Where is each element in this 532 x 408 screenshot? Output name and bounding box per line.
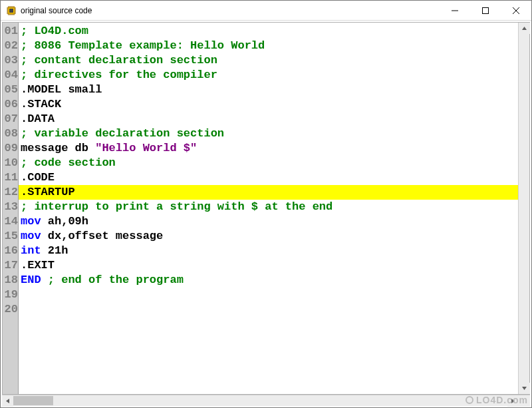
- svg-marker-29: [511, 399, 515, 403]
- code-token: mov: [21, 230, 41, 242]
- code-line[interactable]: mov dx,offset message: [19, 229, 518, 244]
- svg-marker-28: [6, 399, 9, 403]
- editor-window: original source code 0102030405060708091…: [0, 0, 532, 408]
- client-area: 0102030405060708091011121314151617181920…: [1, 21, 531, 407]
- code-line[interactable]: END ; end of the program: [19, 273, 518, 288]
- line-number: 12: [3, 185, 18, 200]
- code-token: mov: [21, 215, 41, 228]
- code-line[interactable]: .EXIT: [19, 258, 518, 273]
- line-number: 09: [3, 141, 18, 156]
- maximize-button[interactable]: [470, 1, 501, 21]
- editor-container: 0102030405060708091011121314151617181920…: [2, 22, 530, 395]
- code-line[interactable]: ; 8086 Template example: Hello World: [19, 39, 518, 53]
- line-number: 02: [3, 39, 18, 53]
- code-token: dx,offset message: [41, 230, 164, 242]
- code-area[interactable]: ; LO4D.com; 8086 Template example: Hello…: [19, 23, 518, 394]
- code-token: END: [21, 274, 41, 286]
- code-token: .STARTUP: [21, 186, 75, 198]
- svg-rect-23: [483, 8, 489, 14]
- code-token: ; directives for the compiler: [21, 69, 217, 81]
- line-number: 16: [3, 244, 18, 258]
- code-token: ; code section: [21, 156, 116, 169]
- code-token: ; variable declaration section: [21, 127, 224, 140]
- code-line[interactable]: ; LO4D.com: [19, 24, 518, 39]
- code-token: 21h: [41, 244, 68, 257]
- code-token: [41, 274, 48, 286]
- line-number: 17: [3, 258, 18, 273]
- code-token: ; LO4D.com: [21, 25, 88, 37]
- code-line[interactable]: .STACK: [19, 97, 518, 112]
- line-number: 06: [3, 97, 18, 112]
- horizontal-scroll-track[interactable]: [13, 395, 507, 406]
- code-token: .DATA: [21, 112, 55, 125]
- code-line[interactable]: .DATA: [19, 112, 518, 126]
- svg-marker-27: [522, 387, 527, 390]
- vertical-scrollbar[interactable]: [518, 23, 529, 394]
- code-line[interactable]: ; code section: [19, 156, 518, 170]
- window-controls: [440, 1, 531, 20]
- scroll-up-button[interactable]: [519, 23, 530, 34]
- code-line[interactable]: .CODE: [19, 170, 518, 185]
- code-line[interactable]: [19, 288, 518, 302]
- line-number: 20: [3, 302, 18, 317]
- code-line[interactable]: message db "Hello World $": [19, 141, 518, 156]
- horizontal-scrollbar[interactable]: [2, 395, 519, 406]
- code-line[interactable]: ; directives for the compiler: [19, 68, 518, 83]
- line-number: 14: [3, 214, 18, 229]
- code-token: .MODEL small: [21, 83, 102, 96]
- line-number: 07: [3, 112, 18, 126]
- svg-rect-1: [9, 9, 13, 13]
- code-token: .EXIT: [21, 259, 55, 272]
- line-number: 04: [3, 68, 18, 83]
- code-token: ; 8086 Template example: Hello World: [21, 39, 265, 52]
- titlebar[interactable]: original source code: [1, 1, 531, 21]
- code-line[interactable]: mov ah,09h: [19, 214, 518, 229]
- line-number: 18: [3, 273, 18, 288]
- line-number: 10: [3, 156, 18, 170]
- window-title: original source code: [21, 6, 92, 15]
- svg-marker-26: [522, 27, 527, 30]
- code-token: ; interrup to print a string with $ at t…: [21, 200, 332, 213]
- scrollbar-corner: [519, 395, 530, 407]
- code-token: ; contant declaration section: [21, 54, 217, 67]
- code-line[interactable]: .MODEL small: [19, 83, 518, 97]
- code-line[interactable]: int 21h: [19, 244, 518, 258]
- vertical-scroll-track[interactable]: [519, 34, 529, 383]
- code-token: ; end of the program: [48, 274, 184, 286]
- line-number: 08: [3, 126, 18, 141]
- line-number: 19: [3, 288, 18, 302]
- scroll-left-button[interactable]: [2, 395, 13, 407]
- line-number: 05: [3, 83, 18, 97]
- code-token: message db: [21, 142, 95, 154]
- horizontal-scroll-thumb[interactable]: [13, 396, 53, 405]
- line-number: 11: [3, 170, 18, 185]
- code-token: int: [21, 244, 41, 257]
- code-line[interactable]: ; contant declaration section: [19, 53, 518, 68]
- line-number: 03: [3, 53, 18, 68]
- code-line[interactable]: [19, 302, 518, 317]
- code-token: "Hello World $": [95, 142, 197, 154]
- code-line[interactable]: ; interrup to print a string with $ at t…: [19, 200, 518, 214]
- line-number: 13: [3, 200, 18, 214]
- scroll-right-button[interactable]: [507, 395, 519, 407]
- app-icon: [6, 5, 17, 16]
- code-token: ah,09h: [41, 215, 88, 228]
- close-button[interactable]: [501, 1, 531, 21]
- line-number: 01: [3, 24, 18, 39]
- scroll-down-button[interactable]: [519, 383, 530, 394]
- code-token: .CODE: [21, 171, 55, 184]
- line-number: 15: [3, 229, 18, 244]
- horizontal-scrollbar-row: [2, 395, 530, 406]
- code-line[interactable]: ; variable declaration section: [19, 126, 518, 141]
- code-token: .STACK: [21, 98, 61, 110]
- line-number-gutter: 0102030405060708091011121314151617181920: [3, 23, 19, 394]
- minimize-button[interactable]: [440, 1, 470, 21]
- code-line[interactable]: .STARTUP: [19, 185, 518, 200]
